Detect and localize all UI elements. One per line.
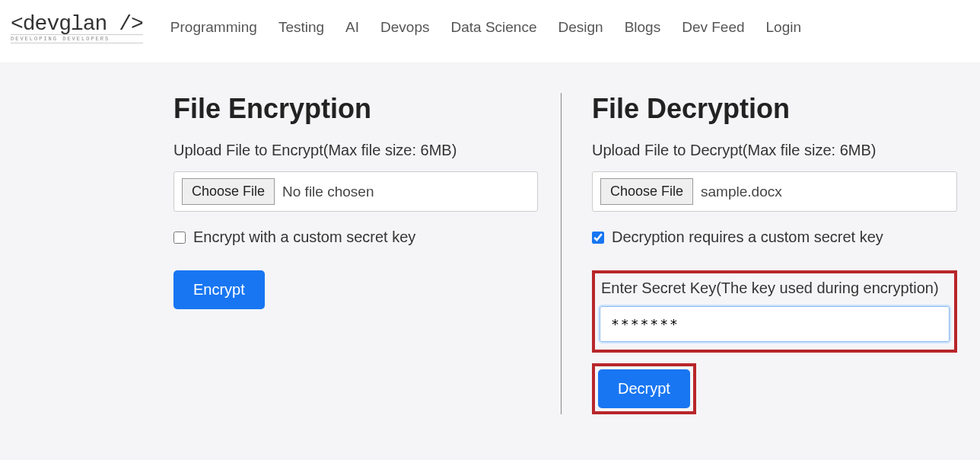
decrypt-file-name: sample.docx [701, 184, 782, 200]
decrypt-button-highlight: Decrypt [592, 363, 696, 414]
nav-ai[interactable]: AI [345, 19, 359, 36]
decrypt-custom-key-row: Decryption requires a custom secret key [592, 228, 957, 246]
nav-testing[interactable]: Testing [278, 19, 324, 36]
nav-design[interactable]: Design [558, 19, 603, 36]
encrypt-choose-file-button[interactable]: Choose File [182, 178, 275, 205]
secret-key-label: Enter Secret Key(The key used during enc… [600, 280, 950, 297]
logo-text: <devglan /> [11, 12, 143, 36]
decrypt-choose-file-button[interactable]: Choose File [600, 178, 693, 205]
nav-blogs[interactable]: Blogs [625, 19, 661, 36]
encrypt-file-input[interactable]: Choose File No file chosen [173, 171, 538, 212]
decryption-panel: File Decryption Upload File to Decrypt(M… [562, 93, 972, 414]
header: <devglan /> DEVELOPING DEVELOPERS Progra… [0, 0, 980, 62]
encrypt-button[interactable]: Encrypt [173, 270, 265, 309]
main-content: File Encryption Upload File to Encrypt(M… [0, 62, 980, 460]
decrypt-button[interactable]: Decrypt [598, 369, 690, 408]
secret-key-input[interactable] [600, 306, 950, 342]
decrypt-file-input[interactable]: Choose File sample.docx [592, 171, 957, 212]
secret-key-highlight: Enter Secret Key(The key used during enc… [592, 270, 957, 353]
nav-devops[interactable]: Devops [380, 19, 429, 36]
encrypt-upload-label: Upload File to Encrypt(Max file size: 6M… [173, 142, 538, 159]
encryption-panel: File Encryption Upload File to Encrypt(M… [173, 93, 562, 414]
nav-dev-feed[interactable]: Dev Feed [682, 19, 744, 36]
encrypt-file-name: No file chosen [282, 184, 374, 200]
encrypt-custom-key-label[interactable]: Encrypt with a custom secret key [193, 228, 415, 246]
container: File Encryption Upload File to Encrypt(M… [173, 93, 980, 414]
decrypt-upload-label: Upload File to Decrypt(Max file size: 6M… [592, 142, 957, 159]
encrypt-custom-key-checkbox[interactable] [173, 232, 186, 244]
decrypt-custom-key-checkbox[interactable] [592, 232, 604, 244]
decrypt-custom-key-label[interactable]: Decryption requires a custom secret key [612, 228, 883, 246]
encryption-title: File Encryption [173, 93, 538, 125]
encrypt-custom-key-row: Encrypt with a custom secret key [173, 228, 538, 246]
nav-programming[interactable]: Programming [170, 19, 257, 36]
main-nav: Programming Testing AI Devops Data Scien… [170, 19, 801, 36]
nav-data-science[interactable]: Data Science [450, 19, 536, 36]
nav-login[interactable]: Login [766, 19, 802, 36]
logo[interactable]: <devglan /> DEVELOPING DEVELOPERS [6, 11, 148, 45]
decryption-title: File Decryption [592, 93, 957, 125]
